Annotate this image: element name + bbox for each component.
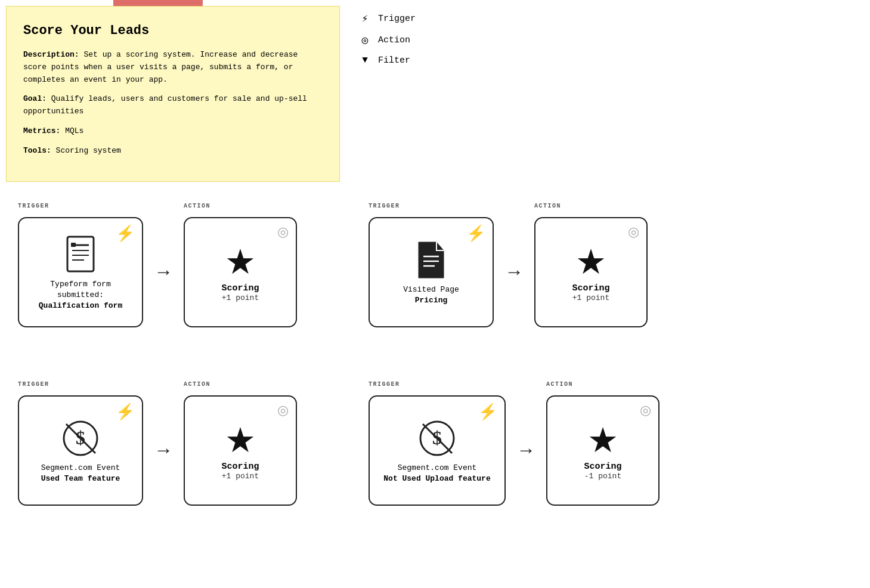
trigger-4-lightning-icon: ⚡ — [478, 403, 497, 421]
legend: ⚡ Trigger ◎ Action ▼ Filter — [358, 12, 416, 66]
scoring-2-label: Scoring — [572, 283, 609, 293]
workflow-3: TRIGGER ⚡ $ Segment.com EventUsed Team f… — [18, 381, 297, 506]
svg-text:$: $ — [76, 427, 85, 448]
legend-filter: ▼ Filter — [358, 55, 416, 66]
svg-rect-0 — [67, 237, 94, 271]
goal-text: Qualify leads, users and customers for s… — [23, 94, 307, 116]
scoring-3-points: +1 point — [222, 472, 259, 481]
filter-legend-icon: ▼ — [358, 55, 372, 66]
goal-label: Goal: — [23, 94, 51, 103]
workflow-1-action-label: ACTION — [184, 203, 210, 209]
workflow-4-trigger-text: Segment.com EventNot Used Upload feature — [383, 463, 490, 484]
workflow-2-trigger-wrapper: TRIGGER ⚡ Visited PagePricing — [369, 217, 494, 327]
workflow-1-action-box[interactable]: ◎ ★ Scoring +1 point — [184, 217, 297, 327]
workflow-2-action-wrapper: ACTION ◎ ★ Scoring +1 point — [534, 217, 648, 327]
action-1-circle-icon: ◎ — [277, 224, 289, 240]
metrics-text: MQLs — [65, 126, 83, 135]
sticky-goal: Goal: Qualify leads, users and customers… — [23, 93, 323, 118]
sticky-tools: Tools: Scoring system — [23, 145, 323, 157]
filter-legend-label: Filter — [378, 55, 410, 66]
action-3-circle-icon: ◎ — [277, 403, 289, 418]
workflow-1-trigger-label: TRIGGER — [18, 203, 49, 209]
scoring-2-points: +1 point — [572, 293, 609, 302]
workflow-3-action-label: ACTION — [184, 381, 210, 388]
workflow-4-arrow: → — [516, 428, 535, 459]
workflow-2-trigger-label: TRIGGER — [369, 203, 400, 209]
workflow-3-trigger-label: TRIGGER — [18, 381, 49, 388]
workflow-3-trigger-wrapper: TRIGGER ⚡ $ Segment.com EventUsed Team f… — [18, 395, 143, 506]
metrics-label: Metrics: — [23, 126, 65, 135]
scoring-1-star-icon: ★ — [225, 245, 256, 280]
scoring-4-label: Scoring — [584, 462, 621, 472]
action-legend-icon: ◎ — [358, 33, 372, 47]
sticky-title: Score Your Leads — [23, 23, 323, 38]
workflow-1-trigger-box[interactable]: ⚡ Typeform form submitted:Qualification … — [18, 217, 143, 327]
scoring-1-label: Scoring — [221, 283, 259, 293]
workflow-4-trigger-label: TRIGGER — [369, 381, 400, 388]
workflow-3-trigger-text: Segment.com EventUsed Team feature — [41, 463, 120, 484]
trigger-2-lightning-icon: ⚡ — [466, 224, 485, 243]
scoring-4-star-icon: ★ — [587, 423, 618, 458]
sticky-metrics: Metrics: MQLs — [23, 125, 323, 138]
scoring-2-star-icon: ★ — [575, 245, 606, 280]
scoring-1-points: +1 point — [222, 293, 259, 302]
workflow-row-1: TRIGGER ⚡ Typeform form submitted:Qualif… — [18, 203, 852, 327]
workflow-2-action-label: ACTION — [534, 203, 561, 209]
workflow-2-arrow: → — [504, 250, 524, 281]
workflow-2-trigger-text: Visited PagePricing — [403, 284, 459, 306]
workflow-1-action-wrapper: ACTION ◎ ★ Scoring +1 point — [184, 217, 297, 327]
workflow-2-action-box[interactable]: ◎ ★ Scoring +1 point — [534, 217, 648, 327]
workflow-4-trigger-box[interactable]: ⚡ $ Segment.com EventNot Used Upload fea… — [369, 395, 506, 506]
workflow-3-action-wrapper: ACTION ◎ ★ Scoring +1 point — [184, 395, 297, 506]
scoring-3-label: Scoring — [221, 462, 259, 472]
page-icon — [414, 241, 448, 280]
legend-action: ◎ Action — [358, 33, 416, 47]
segment-icon-1: $ — [61, 419, 100, 458]
action-2-circle-icon: ◎ — [628, 224, 639, 240]
svg-text:$: $ — [432, 427, 442, 448]
workflow-1-trigger-wrapper: TRIGGER ⚡ Typeform form submitted:Qualif… — [18, 217, 143, 327]
workflow-4-action-label: ACTION — [546, 381, 573, 388]
description-label: Description: — [23, 50, 83, 59]
workflow-3-trigger-box[interactable]: ⚡ $ Segment.com EventUsed Team feature — [18, 395, 143, 506]
workflow-3-action-box[interactable]: ◎ ★ Scoring +1 point — [184, 395, 297, 506]
trigger-3-lightning-icon: ⚡ — [116, 403, 135, 421]
tools-text: Scoring system — [56, 146, 121, 155]
segment-icon-2: $ — [418, 419, 457, 458]
workflow-4: TRIGGER ⚡ $ Segment.com EventNot Used Up… — [369, 381, 660, 506]
tools-label: Tools: — [23, 146, 56, 155]
trigger-legend-label: Trigger — [378, 14, 416, 24]
sticky-note: Score Your Leads Description: Set up a s… — [6, 6, 340, 182]
workflow-row-2: TRIGGER ⚡ $ Segment.com EventUsed Team f… — [18, 381, 852, 506]
action-4-circle-icon: ◎ — [640, 403, 651, 418]
legend-trigger: ⚡ Trigger — [358, 12, 416, 25]
scoring-3-star-icon: ★ — [225, 423, 256, 458]
svg-rect-5 — [71, 243, 76, 247]
typeform-icon — [63, 236, 98, 274]
sticky-description: Description: Set up a scoring system. In… — [23, 49, 323, 86]
scoring-4-points: -1 point — [584, 472, 621, 481]
workflow-4-trigger-wrapper: TRIGGER ⚡ $ Segment.com EventNot Used Up… — [369, 395, 506, 506]
action-legend-label: Action — [378, 35, 410, 45]
workflow-2: TRIGGER ⚡ Visited PagePricing — [369, 203, 648, 327]
workflow-1-trigger-text: Typeform form submitted:Qualification fo… — [29, 279, 132, 312]
trigger-legend-icon: ⚡ — [358, 12, 372, 25]
workflow-4-action-wrapper: ACTION ◎ ★ Scoring -1 point — [546, 395, 660, 506]
workflow-1: TRIGGER ⚡ Typeform form submitted:Qualif… — [18, 203, 297, 327]
workflow-3-arrow: → — [154, 428, 173, 459]
trigger-1-lightning-icon: ⚡ — [116, 224, 135, 243]
workflow-1-arrow: → — [154, 250, 173, 281]
workflow-2-trigger-box[interactable]: ⚡ Visited PagePricing — [369, 217, 494, 327]
all-workflows: TRIGGER ⚡ Typeform form submitted:Qualif… — [0, 203, 870, 559]
workflow-4-action-box[interactable]: ◎ ★ Scoring -1 point — [546, 395, 660, 506]
